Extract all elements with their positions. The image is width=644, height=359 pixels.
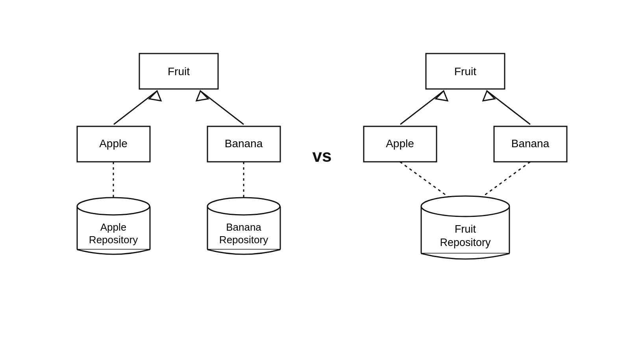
left-apple-repo-label2: Repository — [89, 234, 137, 246]
right-banana-label: Banana — [511, 137, 550, 150]
svg-point-23 — [421, 196, 509, 217]
svg-line-14 — [400, 91, 444, 124]
svg-point-12 — [207, 198, 280, 215]
left-banana-repo-label: Banana — [226, 221, 261, 233]
svg-line-16 — [487, 91, 530, 124]
right-diagram: Fruit Apple Banana Fruit Repository — [335, 30, 595, 329]
left-apple-repo-label: Apple — [100, 221, 126, 233]
left-fruit-label: Fruit — [168, 65, 190, 78]
svg-point-10 — [77, 198, 150, 215]
left-banana-label: Banana — [224, 137, 263, 150]
svg-line-21 — [479, 162, 530, 199]
left-apple-label: Apple — [99, 137, 128, 150]
right-fruit-repo-label2: Repository — [440, 237, 491, 248]
vs-label: vs — [313, 146, 332, 166]
left-banana-repo-label2: Repository — [219, 234, 268, 246]
svg-line-3 — [200, 91, 244, 124]
right-fruit-repo-label: Fruit — [455, 223, 476, 235]
svg-line-1 — [114, 91, 157, 124]
svg-line-20 — [400, 162, 452, 199]
right-apple-label: Apple — [386, 137, 415, 150]
right-fruit-label: Fruit — [454, 65, 476, 78]
left-diagram: Fruit Apple Banana — [49, 30, 309, 329]
